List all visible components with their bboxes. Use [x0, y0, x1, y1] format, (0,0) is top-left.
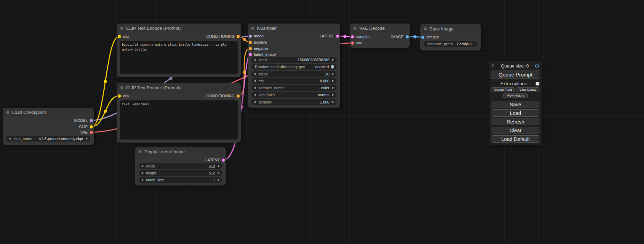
decrement-arrow-icon[interactable]: ◀ — [254, 58, 256, 61]
refresh-button[interactable]: Refresh — [492, 118, 539, 125]
widget-batch-size[interactable]: ◀ batch_size 1 ▶ — [139, 177, 222, 183]
conditioning-output-port[interactable] — [237, 35, 240, 38]
vae-output-port[interactable] — [90, 131, 93, 134]
decrement-arrow-icon[interactable]: ◀ — [254, 93, 256, 96]
widget-cfg[interactable]: ◀ cfg 8.000 ▶ — [251, 78, 337, 84]
increment-arrow-icon[interactable]: ▶ — [332, 58, 334, 61]
widget-scheduler[interactable]: ◀ scheduler normal ▶ — [251, 92, 337, 98]
clear-button[interactable]: Clear — [492, 127, 539, 134]
node-title-bar[interactable]: Empty Latent Image — [135, 147, 226, 156]
seed-mode-toggle[interactable] — [331, 65, 334, 69]
node-vae-decode[interactable]: VAE Decode samples vae IMAGE — [350, 24, 410, 48]
widget-seed-control[interactable]: Random seed after every gen enabled — [251, 64, 337, 70]
collapse-dot-icon[interactable] — [120, 86, 123, 89]
widget-width[interactable]: ◀ width 512 ▶ — [139, 163, 222, 169]
widget-ckpt-name[interactable]: ◀ ckpt_name v1-5-pruned-emaonly.ckpt ▶ — [6, 136, 90, 142]
collapse-dot-icon[interactable] — [251, 27, 254, 30]
node-title-bar[interactable]: Load Checkpoint — [3, 108, 94, 117]
samples-input-port[interactable] — [351, 35, 354, 38]
input-slot-clip: clip — [117, 93, 129, 98]
prompt-textarea[interactable]: text, watermark — [120, 100, 238, 139]
queue-size-label: Queue size: 0 — [495, 63, 535, 69]
increment-arrow-icon[interactable]: ▶ — [332, 73, 334, 75]
increment-arrow-icon[interactable]: ▶ — [218, 179, 220, 181]
node-title-bar[interactable]: CLIP Text Encode (Prompt) — [117, 24, 241, 33]
model-input-port[interactable] — [249, 35, 252, 38]
drag-handle-icon[interactable]: ⠿ — [492, 63, 495, 69]
slot-label: CLIP — [79, 125, 88, 129]
node-title-bar[interactable]: VAE Decode — [350, 24, 410, 33]
decrement-arrow-icon[interactable]: ◀ — [141, 172, 143, 174]
slot-label: latent_image — [254, 52, 276, 56]
image-output-port[interactable] — [406, 35, 409, 38]
model-output-port[interactable] — [90, 119, 93, 122]
conditioning-output-port[interactable] — [237, 94, 240, 98]
graph-canvas[interactable]: Load Checkpoint MODEL CLIP VAE ◀ ckpt_na… — [0, 0, 644, 244]
increment-arrow-icon[interactable]: ▶ — [332, 93, 334, 96]
widget-sampler-name[interactable]: ◀ sampler_name euler ▶ — [251, 85, 337, 91]
decrement-arrow-icon[interactable]: ◀ — [254, 80, 256, 82]
queue-prompt-button[interactable]: Queue Prompt — [492, 70, 539, 79]
menu-header: ⠿ Queue size: 0 ⚙ — [492, 63, 539, 69]
slot-label: IMAGE — [391, 35, 404, 39]
increment-arrow-icon[interactable]: ▶ — [218, 165, 220, 168]
clip-input-port[interactable] — [118, 94, 121, 98]
latent-image-input-port[interactable] — [249, 53, 252, 56]
decrement-arrow-icon[interactable]: ◀ — [254, 87, 256, 89]
clip-output-port[interactable] — [90, 125, 93, 128]
widget-value: 1.000 — [320, 100, 329, 104]
increment-arrow-icon[interactable]: ▶ — [332, 87, 334, 89]
increment-arrow-icon[interactable]: ▶ — [86, 137, 88, 140]
widget-seed[interactable]: ◀ seed 156680208700286 ▶ — [251, 57, 337, 63]
prompt-textarea[interactable]: beautiful scenery nature glass bottle la… — [120, 41, 238, 74]
input-slot-clip: clip — [117, 34, 129, 39]
widget-value: normal — [318, 93, 329, 97]
settings-gear-icon[interactable]: ⚙ — [535, 63, 539, 69]
link-midpoint-dot — [104, 80, 107, 83]
latent-output-port[interactable] — [222, 159, 225, 162]
extra-options-checkbox[interactable] — [536, 82, 539, 85]
node-title-bar[interactable]: KSampler — [248, 24, 340, 33]
collapse-dot-icon[interactable] — [6, 111, 9, 114]
queue-front-button[interactable]: Queue Front — [492, 87, 515, 92]
node-clip-text-encode-positive[interactable]: CLIP Text Encode (Prompt) clip CONDITION… — [117, 24, 241, 77]
decrement-arrow-icon[interactable]: ◀ — [141, 165, 143, 168]
collapse-dot-icon[interactable] — [139, 150, 142, 153]
collapse-dot-icon[interactable] — [353, 27, 356, 30]
decrement-arrow-icon[interactable]: ◀ — [141, 179, 143, 181]
node-ksampler[interactable]: KSampler model positive negative latent_… — [248, 24, 340, 108]
load-button[interactable]: Load — [492, 109, 539, 117]
decrement-arrow-icon[interactable]: ◀ — [9, 137, 11, 140]
collapse-dot-icon[interactable] — [424, 27, 427, 30]
slot-label: clip — [123, 34, 129, 38]
widget-value: enabled — [315, 65, 329, 69]
increment-arrow-icon[interactable]: ▶ — [332, 101, 334, 103]
node-empty-latent-image[interactable]: Empty Latent Image LATENT ◀ width 512 ▶ … — [135, 147, 226, 186]
positive-input-port[interactable] — [249, 41, 252, 44]
vae-input-port[interactable] — [351, 42, 354, 45]
node-load-checkpoint[interactable]: Load Checkpoint MODEL CLIP VAE ◀ ckpt_na… — [3, 108, 94, 145]
view-history-button[interactable]: View History — [503, 93, 528, 98]
node-clip-text-encode-negative[interactable]: CLIP Text Encode (Prompt) clip CONDITION… — [117, 83, 241, 143]
widget-height[interactable]: ◀ height 512 ▶ — [139, 170, 222, 176]
images-input-port[interactable] — [421, 36, 424, 39]
view-queue-button[interactable]: View Queue — [517, 87, 540, 92]
node-title-bar[interactable]: Save Image — [420, 24, 481, 33]
decrement-arrow-icon[interactable]: ◀ — [254, 73, 256, 75]
increment-arrow-icon[interactable]: ▶ — [332, 80, 334, 82]
link-midpoint-dot — [243, 71, 246, 74]
widget-filename-prefix[interactable]: filename_prefix ComfyUI — [424, 41, 477, 47]
node-title-bar[interactable]: CLIP Text Encode (Prompt) — [117, 83, 241, 92]
clip-input-port[interactable] — [118, 35, 121, 38]
latent-output-port[interactable] — [336, 35, 339, 38]
load-default-button[interactable]: Load Default — [492, 135, 539, 143]
decrement-arrow-icon[interactable]: ◀ — [254, 101, 256, 103]
save-button[interactable]: Save — [492, 101, 539, 108]
widget-steps[interactable]: ◀ steps 20 ▶ — [251, 71, 337, 77]
negative-input-port[interactable] — [249, 47, 252, 50]
collapse-dot-icon[interactable] — [120, 27, 123, 30]
widget-denoise[interactable]: ◀ denoise 1.000 ▶ — [251, 99, 337, 105]
node-save-image[interactable]: Save Image images filename_prefix ComfyU… — [420, 24, 481, 51]
increment-arrow-icon[interactable]: ▶ — [218, 172, 220, 174]
slot-label: LATENT — [320, 34, 334, 38]
